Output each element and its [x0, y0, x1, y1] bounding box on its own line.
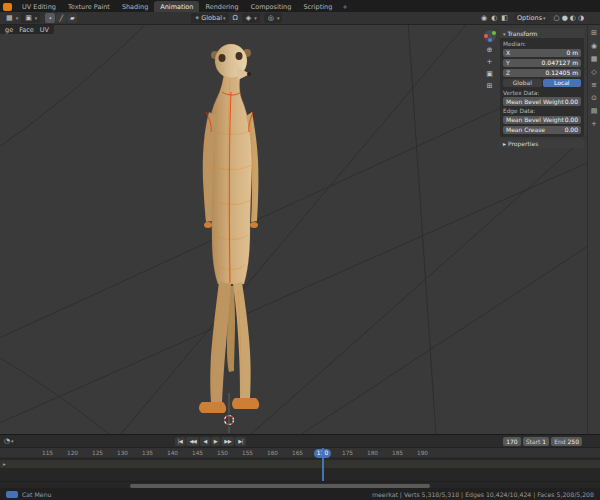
rail-grid-icon[interactable]: ▦	[591, 55, 598, 63]
show-gizmo-icon[interactable]: ◉	[479, 12, 489, 24]
jump-to-start-button[interactable]: |◀	[175, 437, 186, 446]
rail-menu-lines-icon[interactable]: ≡	[591, 81, 597, 89]
edge-select-button[interactable]: ╱	[56, 13, 66, 23]
channel-expand-icon[interactable]: ▸	[3, 461, 6, 467]
playback-controls: |◀ ◀◀ ◀ ▶ ▶▶ ▶|	[175, 437, 246, 446]
tab-shading[interactable]: Shading	[116, 1, 154, 12]
tab-uv-editing[interactable]: UV Editing	[16, 1, 62, 12]
frame-value: 170	[506, 438, 517, 445]
current-frame-field[interactable]: 170	[503, 437, 520, 446]
camera-view-icon[interactable]: ▣	[486, 70, 493, 78]
prev-keyframe-button[interactable]: ◀◀	[186, 437, 199, 446]
editor-type-icon[interactable]: ▦	[4, 12, 15, 24]
start-frame-field[interactable]: Start 1	[523, 437, 550, 446]
timeline-scrollbar	[0, 481, 600, 488]
snap-magnet-icon[interactable]: Ω	[231, 12, 240, 24]
xray-toggle-icon[interactable]: ◧	[499, 12, 510, 24]
play-reverse-button[interactable]: ◀	[200, 437, 210, 446]
chevron-down-icon[interactable]: ▾	[10, 438, 15, 444]
menu-face[interactable]: Face	[19, 26, 34, 34]
rail-squared-plus-icon[interactable]: ⊞	[591, 29, 597, 37]
menu-uv[interactable]: UV	[40, 26, 49, 34]
jump-to-end-button[interactable]: ▶|	[235, 437, 246, 446]
rail-rows-icon[interactable]: ▤	[591, 107, 598, 115]
channel-row[interactable]: ▸	[0, 460, 600, 468]
median-label: Median:	[503, 40, 581, 47]
axis-label: X	[506, 49, 510, 56]
rail-diamond-icon[interactable]: ◇	[591, 68, 596, 76]
ruler-tick: 140	[160, 448, 185, 458]
snap-target-icon: ◈	[244, 12, 253, 24]
tab-texture-paint[interactable]: Texture Paint	[62, 1, 116, 12]
tab-compositing[interactable]: Compositing	[245, 1, 298, 12]
rail-gizmo-ball-icon[interactable]: ◉	[591, 42, 597, 50]
meerkat-model	[199, 44, 259, 433]
ortho-toggle-icon[interactable]: ⊞	[487, 82, 493, 90]
ruler-tick: 115	[35, 448, 60, 458]
chevron-right-icon: ▸	[503, 140, 506, 147]
transform-snap-group: ⌖ Global ▾ Ω ◈ ▾ ◎ ▾	[189, 12, 284, 24]
tab-rendering[interactable]: Rendering	[199, 1, 244, 12]
ruler-tick: 125	[85, 448, 110, 458]
rendered-shading-icon[interactable]: ◑	[578, 14, 584, 22]
wireframe-shading-icon[interactable]: ○	[554, 14, 560, 22]
ruler-tick: 135	[135, 448, 160, 458]
median-z-field[interactable]: Z 0.12405 m	[503, 69, 581, 78]
rail-target-icon[interactable]: ⊙	[591, 94, 597, 102]
transform-panel-header[interactable]: ▾ Transform	[500, 29, 584, 38]
end-frame-field[interactable]: End 250	[551, 437, 582, 446]
viewport-display-group: ◉ ◐ ◧ Options ▾ ○ ● ◐ ◑	[479, 12, 584, 24]
viewport-3d[interactable]: ge Face UV ⊕ + ▣ ⊞ ▾ Transform Median: X	[0, 25, 600, 434]
editor-type-dropdown-arrow[interactable]: ▾	[15, 15, 20, 21]
navigate-gizmo-icon[interactable]	[484, 30, 496, 42]
move-view-icon[interactable]: +	[487, 58, 493, 66]
global-space-button[interactable]: Global	[503, 79, 542, 88]
ruler-tick: 150	[210, 448, 235, 458]
edge-crease-field[interactable]: Mean Crease 0.00	[503, 126, 581, 135]
orientation-icon: ⌖	[193, 12, 201, 24]
add-workspace-button[interactable]: +	[338, 1, 351, 12]
median-y-field[interactable]: Y 0.047127 m	[503, 59, 581, 68]
scrollbar-thumb[interactable]	[130, 484, 430, 488]
ruler-tick: 160	[260, 448, 285, 458]
frame-ruler[interactable]: 115 120 125 130 135 140 145 150 155 160 …	[0, 448, 600, 458]
proportional-edit-dropdown[interactable]: ◎ ▾	[264, 13, 283, 23]
playhead[interactable]	[322, 448, 324, 481]
ruler-tick: 130	[110, 448, 135, 458]
ruler-tick: 155	[235, 448, 260, 458]
timeline-tracks[interactable]: ▸	[0, 458, 600, 481]
local-space-button[interactable]: Local	[543, 79, 582, 88]
rail-plus-icon[interactable]: +	[591, 120, 597, 128]
solid-shading-icon[interactable]: ●	[562, 14, 568, 22]
snap-dropdown[interactable]: ◈ ▾	[242, 13, 260, 23]
field-value: 0.00	[565, 116, 578, 123]
options-dropdown[interactable]: Options ▾	[514, 13, 550, 23]
tab-scripting[interactable]: Scripting	[297, 1, 338, 12]
vertex-bevel-weight-field[interactable]: Mean Bevel Weight 0.00	[503, 97, 581, 106]
sidebar-n-panel: ▾ Transform Median: X 0 m Y 0.047127 m Z…	[500, 29, 584, 148]
menu-edge[interactable]: ge	[5, 26, 13, 34]
ruler-tick: 175	[335, 448, 360, 458]
ruler-tick: 145	[185, 448, 210, 458]
edge-bevel-weight-field[interactable]: Mean Bevel Weight 0.00	[503, 116, 581, 125]
next-keyframe-button[interactable]: ▶▶	[221, 437, 234, 446]
vertex-select-button[interactable]: ∙	[45, 13, 55, 23]
mode-dropdown[interactable]: ▣ ▾	[21, 13, 40, 23]
start-label: Start	[526, 438, 541, 445]
chevron-down-icon: ▾	[222, 15, 227, 21]
face-select-button[interactable]: ▰	[67, 13, 77, 23]
median-x-field[interactable]: X 0 m	[503, 49, 581, 58]
status-bar: Cat Menu meerkat | Verts 5,318/5,318 | E…	[0, 488, 600, 500]
orientation-label: Global	[201, 14, 222, 22]
show-overlays-icon[interactable]: ◐	[489, 12, 499, 24]
timeline-header: ◔ ▾ |◀ ◀◀ ◀ ▶ ▶▶ ▶| 170 Start 1 End	[0, 435, 600, 448]
vertex-data-label: Vertex Data:	[503, 89, 581, 96]
properties-panel-header[interactable]: ▸ Properties	[500, 139, 584, 148]
zoom-icon[interactable]: ⊕	[487, 46, 493, 54]
tab-animation[interactable]: Animation	[154, 1, 199, 12]
blender-logo-icon[interactable]	[3, 3, 12, 11]
play-button[interactable]: ▶	[211, 437, 221, 446]
ruler-ticks: 115 120 125 130 135 140 145 150 155 160 …	[0, 448, 600, 458]
material-shading-icon[interactable]: ◐	[570, 14, 576, 22]
orientation-dropdown[interactable]: ⌖ Global ▾	[191, 13, 228, 23]
